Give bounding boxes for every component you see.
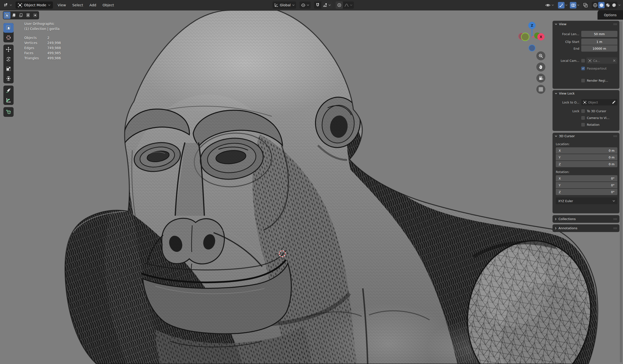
- tool-add-cube[interactable]: [3, 107, 14, 117]
- zoom-button[interactable]: [536, 51, 545, 60]
- clip-end-field[interactable]: 10000 m: [581, 45, 617, 52]
- passepartout-checkbox[interactable]: [581, 67, 585, 70]
- snap-toggle-button[interactable]: [314, 1, 321, 9]
- add-cube-icon: [6, 109, 11, 115]
- panel-grip-icon[interactable]: [613, 135, 617, 137]
- navigation-gizmo[interactable]: Z X: [516, 20, 548, 53]
- tool-measure[interactable]: [3, 95, 14, 105]
- menu-select[interactable]: Select: [69, 1, 86, 9]
- stat-row: Vertices249,998: [24, 40, 61, 45]
- tool-annotate[interactable]: [3, 85, 14, 95]
- mode-selector[interactable]: Object Mode: [16, 1, 53, 9]
- cursor-rotation-x[interactable]: X0°: [556, 175, 617, 182]
- show-gizmo-button[interactable]: [558, 2, 564, 8]
- panel-annotations[interactable]: Annotations: [553, 224, 619, 232]
- clip-start-field[interactable]: 1 m: [581, 39, 617, 45]
- camera-to-view-row: Camera to Vi...: [553, 115, 617, 121]
- xray-icon: [583, 3, 588, 7]
- visibility-dropdown[interactable]: [544, 1, 556, 9]
- editor-type-button[interactable]: [2, 1, 14, 9]
- rotation-label: Rotation:: [556, 170, 619, 174]
- toggle-xray-button[interactable]: [582, 2, 589, 8]
- shading-wireframe-button[interactable]: [592, 2, 598, 8]
- chevron-down-icon[interactable]: [618, 4, 621, 6]
- menu-view[interactable]: View: [54, 1, 69, 9]
- view-name: User Orthographic: [24, 21, 61, 26]
- lock-to-3d-cursor-checkbox[interactable]: [581, 109, 585, 113]
- chevron-down-icon[interactable]: [577, 4, 579, 6]
- mode-label: Object Mode: [24, 3, 46, 7]
- shading-rendered-button[interactable]: [611, 2, 617, 8]
- rotate-tool-icon: [6, 57, 11, 62]
- panel-grip-icon[interactable]: [613, 227, 617, 229]
- camera-to-view-checkbox[interactable]: [581, 116, 585, 120]
- panel-view-lock: View Lock Lock to O... Object Lock To 3D…: [553, 90, 619, 131]
- panel-grip-icon[interactable]: [613, 23, 617, 25]
- focal-length-field[interactable]: 50 mm: [581, 31, 617, 37]
- shading-material-button[interactable]: [604, 2, 611, 8]
- options-button[interactable]: Options: [601, 12, 619, 18]
- render-region-row: Render Regi...: [553, 77, 617, 84]
- viewport-canvas[interactable]: [0, 0, 623, 364]
- panel-3d-cursor-header[interactable]: 3D Cursor: [553, 133, 619, 139]
- pan-button[interactable]: [536, 62, 545, 72]
- tool-cursor[interactable]: [3, 33, 14, 42]
- tool-transform[interactable]: [3, 74, 14, 83]
- select-intersect-icon: [33, 13, 37, 18]
- check-icon: [582, 67, 584, 69]
- render-region-checkbox[interactable]: [581, 79, 585, 82]
- select-box-extend-button[interactable]: [10, 12, 18, 19]
- clip-start-row: Clip Start 1 m: [553, 39, 617, 45]
- tool-select-box[interactable]: [3, 23, 14, 33]
- local-camera-checkbox[interactable]: [581, 59, 585, 62]
- eyedropper-icon[interactable]: [612, 101, 616, 104]
- panel-view-lock-header[interactable]: View Lock: [553, 90, 619, 97]
- clear-icon[interactable]: [613, 59, 616, 62]
- grid-ortho-button[interactable]: [536, 85, 545, 94]
- snap-controls: [314, 1, 332, 9]
- snap-settings-button[interactable]: [321, 1, 332, 9]
- lock-rotation-checkbox[interactable]: [581, 123, 585, 126]
- select-box-invert-button[interactable]: [24, 12, 32, 19]
- lock-to-object-field[interactable]: Object: [581, 99, 617, 105]
- cursor-rotation-z[interactable]: Z0°: [556, 189, 617, 195]
- tool-rotate[interactable]: [3, 54, 14, 64]
- transform-orientation-dropdown[interactable]: Global: [272, 1, 296, 9]
- proportional-editing-button[interactable]: [336, 1, 343, 9]
- header-menus: View Select Add Object: [54, 1, 117, 9]
- camera-icon: [538, 76, 543, 81]
- cursor-rotation-y[interactable]: Y0°: [556, 182, 617, 188]
- sidebar-scrollbar[interactable]: [620, 21, 622, 363]
- local-camera-field[interactable]: Ca...: [586, 58, 617, 64]
- tool-scale[interactable]: [3, 64, 14, 74]
- cursor-location-y[interactable]: Y0 m: [556, 154, 617, 161]
- cursor-location-z[interactable]: Z0 m: [556, 161, 617, 167]
- select-box-subtract-button[interactable]: [18, 12, 24, 19]
- menu-object[interactable]: Object: [99, 1, 117, 9]
- rotation-mode-dropdown[interactable]: XYZ Euler: [556, 198, 617, 204]
- shading-solid-button[interactable]: [598, 2, 604, 8]
- chevron-down-icon: [292, 4, 295, 6]
- cursor-location-x[interactable]: X0 m: [556, 147, 617, 154]
- tool-settings-tab: Options: [598, 10, 623, 20]
- proportional-falloff-button[interactable]: [343, 1, 354, 9]
- viewport-info-overlay: User Orthographic (1) Collection | goril…: [24, 21, 61, 61]
- gizmo-arrow-icon: [559, 3, 563, 7]
- chevron-right-icon: [555, 227, 556, 229]
- tool-move[interactable]: [3, 45, 14, 54]
- axis-neg-y-ball: [521, 33, 529, 41]
- panel-grip-icon[interactable]: [613, 218, 617, 220]
- select-box-intersect-button[interactable]: [32, 12, 39, 19]
- chevron-down-icon: [613, 200, 615, 202]
- context-line: (1) Collection | gorilla: [24, 26, 61, 32]
- chevron-down-icon[interactable]: [565, 4, 567, 6]
- select-extend-icon: [12, 13, 16, 18]
- panel-view-header[interactable]: View: [553, 21, 619, 27]
- camera-view-button[interactable]: [536, 74, 545, 83]
- menu-add[interactable]: Add: [86, 1, 99, 9]
- show-overlays-button[interactable]: [570, 2, 577, 8]
- panel-collections[interactable]: Collections: [553, 215, 619, 223]
- select-box-new-button[interactable]: [3, 12, 10, 19]
- pivot-point-dropdown[interactable]: [299, 1, 311, 9]
- viewport-editor-icon: [4, 3, 8, 7]
